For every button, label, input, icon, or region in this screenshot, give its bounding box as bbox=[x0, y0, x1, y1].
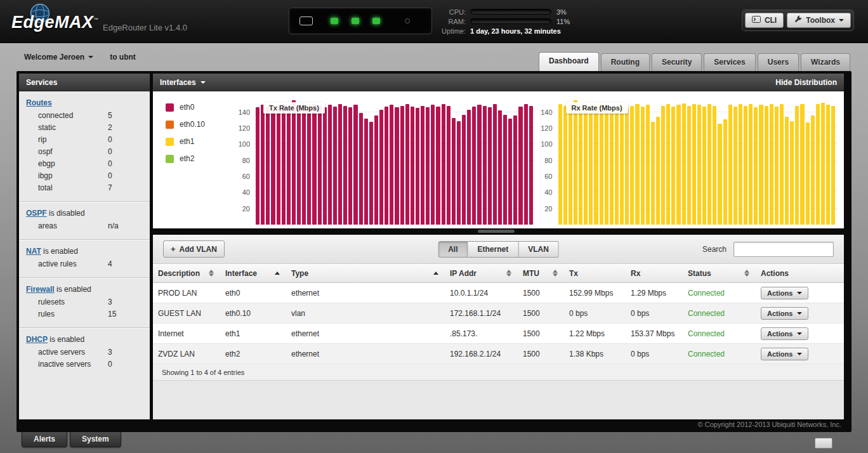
search-label: Search bbox=[702, 245, 727, 254]
stat-label: active servers bbox=[38, 348, 85, 357]
add-vlan-button[interactable]: + Add VLAN bbox=[163, 240, 225, 258]
wrench-icon bbox=[794, 15, 802, 25]
chart-bar bbox=[831, 106, 835, 225]
table-body: PROD LAN eth0 ethernet 10.0.1.1/24 1500 … bbox=[153, 283, 844, 364]
filter-vlan[interactable]: VLAN bbox=[518, 241, 559, 258]
column-header-description[interactable]: Description bbox=[153, 264, 220, 282]
interfaces-dropdown[interactable]: Interfaces bbox=[160, 78, 206, 87]
chart-bar bbox=[806, 122, 810, 225]
ram-stat: RAM: 11% bbox=[437, 16, 570, 26]
tab-wizards[interactable]: Wizards bbox=[801, 53, 850, 71]
scrollbar-thumb[interactable] bbox=[478, 230, 515, 233]
sidebar-section-dhcp: DHCP is enabled active servers 3 inactiv… bbox=[19, 327, 150, 378]
tab-routing[interactable]: Routing bbox=[601, 53, 650, 71]
tab-label: Routing bbox=[611, 58, 640, 67]
row-actions-button[interactable]: Actions bbox=[761, 307, 808, 320]
sidebar-stat-row: ebgp 0 bbox=[19, 158, 150, 170]
chart-bar bbox=[513, 115, 517, 225]
user-menu[interactable]: Welcome Jeroen bbox=[24, 53, 93, 62]
toolbox-button[interactable]: Toolbox bbox=[787, 13, 851, 28]
chart-bar bbox=[785, 117, 789, 225]
y-tick-label: 80 bbox=[242, 157, 250, 164]
tab-users[interactable]: Users bbox=[758, 53, 799, 71]
column-header-interface[interactable]: Interface bbox=[220, 264, 286, 282]
cell-status: Connected bbox=[683, 309, 756, 318]
column-header-mtu[interactable]: MTU bbox=[518, 264, 564, 282]
chevron-down-icon bbox=[88, 56, 93, 58]
bottom-right-widget[interactable] bbox=[815, 438, 832, 449]
sort-icon bbox=[506, 270, 511, 277]
tab-services[interactable]: Services bbox=[704, 53, 755, 71]
sidebar-service-link[interactable]: Firewall bbox=[26, 285, 55, 294]
plot-area: Tx Rate (Mbps) bbox=[254, 98, 536, 225]
y-tick-label: 60 bbox=[242, 173, 250, 180]
chart-bar bbox=[271, 109, 275, 225]
search-input[interactable] bbox=[733, 242, 834, 257]
chart-bar bbox=[318, 106, 322, 225]
stat-value: 0 bbox=[108, 147, 112, 157]
sidebar-service-link[interactable]: DHCP bbox=[26, 335, 48, 344]
table-summary: Showing 1 to 4 of 4 entries bbox=[153, 364, 844, 381]
sidebar-service-link[interactable]: OSPF bbox=[26, 209, 47, 218]
chart-bar bbox=[369, 122, 373, 225]
chart-bar bbox=[282, 104, 286, 225]
chart-bar bbox=[739, 104, 742, 225]
column-header-actions[interactable]: Actions bbox=[756, 264, 844, 282]
hide-distribution-link[interactable]: Hide Distribution bbox=[775, 78, 837, 87]
sidebar-service-link[interactable]: Routes bbox=[26, 98, 52, 107]
stat-value: 4 bbox=[108, 259, 112, 269]
y-axis: 20406080100120140 bbox=[235, 98, 254, 225]
cell-actions: Actions bbox=[756, 348, 844, 360]
cpu-stat: CPU: 3% bbox=[437, 7, 570, 16]
y-tick-label: 80 bbox=[544, 157, 552, 164]
chart-bar bbox=[442, 104, 445, 225]
cell-mtu: 1500 bbox=[518, 309, 564, 318]
row-actions-button[interactable]: Actions bbox=[761, 287, 808, 299]
tab-security[interactable]: Security bbox=[652, 53, 702, 71]
cell-status: Connected bbox=[683, 289, 756, 298]
bottom-tab-system[interactable]: System bbox=[70, 432, 121, 447]
main-tabs: DashboardRoutingSecurityServicesUsersWiz… bbox=[539, 52, 850, 71]
cell-mtu: 1500 bbox=[518, 350, 564, 358]
actions-label: Actions bbox=[767, 310, 792, 317]
inactive-port-icon bbox=[405, 18, 410, 23]
row-actions-button[interactable]: Actions bbox=[761, 327, 808, 340]
cell-description: PROD LAN bbox=[153, 289, 220, 298]
sidebar-service-link[interactable]: NAT bbox=[26, 247, 41, 256]
tab-dashboard[interactable]: Dashboard bbox=[539, 52, 599, 71]
column-header-tx[interactable]: Tx bbox=[564, 264, 626, 282]
y-tick-label: 100 bbox=[239, 140, 250, 148]
stat-value: 15 bbox=[108, 310, 116, 319]
stat-label: ospf bbox=[38, 147, 53, 156]
copyright-text: © Copyright 2012-2013 Ubiquiti Networks,… bbox=[19, 419, 844, 432]
sort-icon bbox=[209, 270, 214, 277]
chart-bar bbox=[426, 107, 430, 225]
chart-bar bbox=[800, 104, 804, 225]
cell-interface: eth2 bbox=[220, 350, 286, 358]
stat-label: rip bbox=[38, 135, 46, 144]
chart-bar bbox=[666, 104, 670, 225]
filter-ethernet[interactable]: Ethernet bbox=[468, 241, 518, 258]
cli-button[interactable]: CLI bbox=[745, 13, 784, 28]
row-actions-button[interactable]: Actions bbox=[761, 348, 808, 360]
legend-swatch bbox=[166, 155, 174, 163]
column-header-rx[interactable]: Rx bbox=[626, 264, 683, 282]
sidebar-service-status: is enabled bbox=[55, 285, 91, 294]
chart-bar bbox=[641, 107, 645, 225]
sidebar-stat-row: ospf 0 bbox=[19, 146, 150, 158]
column-header-status[interactable]: Status bbox=[683, 264, 756, 282]
trademark: ™ bbox=[94, 17, 100, 23]
stat-value: 0 bbox=[108, 135, 112, 145]
chart-bar bbox=[323, 107, 327, 225]
chart-bar bbox=[256, 107, 260, 225]
chart-bar bbox=[682, 103, 686, 225]
bottom-tab-alerts[interactable]: Alerts bbox=[22, 432, 67, 447]
legend-label: eth2 bbox=[180, 154, 194, 163]
actions-label: Actions bbox=[767, 330, 792, 338]
column-header-type[interactable]: Type bbox=[286, 264, 445, 282]
filter-all[interactable]: All bbox=[438, 241, 468, 258]
chart-bar bbox=[472, 107, 476, 225]
port-led bbox=[352, 18, 359, 24]
stat-value: 3 bbox=[108, 348, 112, 357]
column-header-ip-addr[interactable]: IP Addr bbox=[445, 264, 518, 282]
